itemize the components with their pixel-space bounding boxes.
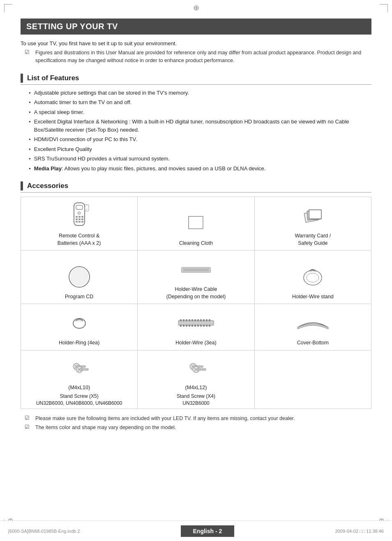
page: ⊕ ⊕ ⊕ SETTING UP YOUR TV To use your TV,…: [0, 0, 392, 541]
feature-item: Media Play: Allows you to play music fil…: [29, 165, 371, 173]
svg-rect-48: [203, 325, 205, 327]
feature-item: Adjustable picture settings that can be …: [29, 89, 371, 97]
svg-rect-42: [186, 325, 187, 327]
svg-line-12: [85, 204, 88, 207]
footer-left: [6000-SA]BN68-01985B-Eng.indb 2: [8, 529, 80, 534]
acc-wire-cable: Holder-Wire Cable(Depending on the model…: [138, 251, 254, 304]
wire-stand-image: [258, 263, 368, 291]
acc-screw-m4l10: (M4xL10) Stand Screw (X5)UN32B6000, UN40…: [21, 350, 138, 409]
feature-item: Excellent Picture Quality: [29, 145, 371, 153]
svg-rect-66: [198, 369, 206, 370]
svg-rect-40: [180, 325, 182, 327]
accessories-title: Accessories: [27, 182, 68, 190]
acc-cd: Program CD: [21, 251, 138, 304]
svg-rect-11: [81, 221, 83, 223]
svg-rect-5: [81, 216, 83, 218]
acc-screw-m4l12: (M4xL12) Stand Screw (X4)UN32B6000: [138, 350, 254, 409]
bottom-note-text-1: Please make sure the following items are…: [35, 415, 295, 423]
table-row: Holder-Ring (4ea): [21, 304, 371, 351]
svg-point-26: [307, 273, 319, 282]
accessories-table: Remote Control &Batteries (AAA x 2) Clea…: [21, 197, 371, 409]
screw-m4l12-image: [141, 354, 251, 382]
accessories-heading: Accessories: [21, 181, 371, 193]
cd-image: [24, 263, 134, 291]
screw-m4l10-top-label: (M4xL10): [24, 384, 134, 392]
reg-mark-top: ⊕: [193, 3, 199, 12]
cover-label: Cover-Bottom: [258, 339, 368, 347]
table-row: Program CD Holder-Wire Cable(Depending o…: [21, 251, 371, 304]
svg-rect-24: [183, 268, 209, 272]
acc-ring: Holder-Ring (4ea): [21, 304, 138, 351]
svg-rect-7: [78, 218, 81, 220]
remote-label: Remote Control &Batteries (AAA x 2): [24, 232, 134, 247]
svg-rect-44: [191, 325, 193, 327]
features-list: Adjustable picture settings that can be …: [21, 89, 371, 173]
bottom-note-2: ☑ The items color and shape may vary dep…: [21, 424, 371, 432]
svg-rect-29: [180, 319, 182, 321]
note-block-1: ☑ Figures and illustrations in this User…: [21, 49, 371, 65]
svg-rect-47: [200, 325, 202, 327]
footer-center-label: English - 2: [181, 525, 235, 537]
corner-mark-tr: [380, 4, 388, 12]
svg-rect-14: [85, 204, 89, 211]
corner-mark-tl: [4, 4, 12, 12]
wire-cable-image: [141, 255, 251, 283]
note-icon-2: ☑: [25, 415, 33, 421]
acc-remote: Remote Control &Batteries (AAA x 2): [21, 197, 138, 251]
acc-cover: Cover-Bottom: [254, 304, 371, 351]
table-row: Remote Control &Batteries (AAA x 2) Clea…: [21, 197, 371, 251]
svg-rect-37: [203, 319, 205, 321]
empty-image: [258, 379, 368, 407]
svg-rect-9: [76, 221, 78, 223]
section-bar: [21, 74, 23, 83]
svg-rect-34: [194, 319, 196, 321]
wire-image: [141, 309, 251, 337]
acc-wire-stand: Holder-Wire stand: [254, 251, 371, 304]
cover-image: [258, 309, 368, 337]
svg-rect-35: [197, 319, 199, 321]
page-footer: [6000-SA]BN68-01985B-Eng.indb 2 English …: [0, 520, 392, 541]
svg-rect-38: [206, 319, 208, 321]
warranty-label: Warranty Card /Safety Guide: [258, 232, 368, 247]
svg-rect-8: [81, 218, 83, 220]
main-title: SETTING UP YOUR TV: [21, 19, 371, 35]
page-content: SETTING UP YOUR TV To use your TV, you f…: [0, 0, 392, 458]
svg-rect-46: [197, 325, 199, 327]
acc-empty: [254, 350, 371, 409]
svg-rect-1: [76, 205, 83, 209]
section-bar-acc: [21, 181, 23, 190]
svg-rect-45: [194, 325, 196, 327]
screw-m4l10-label: Stand Screw (X5)UN32B6000, UN40B6000, UN…: [24, 393, 134, 407]
svg-point-21: [70, 268, 88, 286]
svg-rect-30: [183, 319, 184, 321]
svg-rect-4: [78, 216, 81, 218]
note-text-1: Figures and illustrations in this User M…: [35, 49, 371, 65]
feature-item: A special sleep timer.: [29, 108, 371, 116]
feature-item: HDMI/DVI connection of your PC to this T…: [29, 135, 371, 144]
svg-rect-6: [76, 218, 78, 220]
wire-cable-label: Holder-Wire Cable(Depending on the model…: [141, 286, 251, 300]
svg-rect-41: [183, 325, 184, 327]
feature-item: Excellent Digital Interface & Networking…: [29, 118, 371, 134]
bottom-notes: ☑ Please make sure the following items a…: [21, 415, 371, 432]
svg-rect-58: [81, 369, 88, 370]
wire-label: Holder-Wire (3ea): [141, 339, 251, 347]
acc-warranty: Warranty Card /Safety Guide: [254, 197, 371, 251]
svg-rect-31: [186, 319, 187, 321]
features-heading: List of Features: [21, 74, 371, 85]
acc-cloth: Cleaning Cloth: [138, 197, 254, 251]
bottom-note-1: ☑ Please make sure the following items a…: [21, 415, 371, 423]
bottom-note-text-2: The items color and shape may vary depen…: [35, 424, 176, 432]
svg-rect-32: [189, 319, 190, 321]
table-row: (M4xL10) Stand Screw (X5)UN32B6000, UN40…: [21, 350, 371, 409]
footer-right: 2009-04-02 □□ 11:38:46: [335, 529, 384, 534]
cloth-image: [141, 209, 251, 237]
svg-point-27: [73, 318, 85, 328]
feature-item: SRS TruSurround HD provides a virtual su…: [29, 155, 371, 163]
screw-m4l12-label: Stand Screw (X4)UN32B6000: [141, 393, 251, 407]
svg-point-2: [78, 212, 81, 214]
svg-rect-39: [209, 319, 210, 321]
features-title: List of Features: [27, 74, 79, 82]
svg-rect-15: [189, 216, 203, 229]
remote-image: [24, 202, 134, 230]
